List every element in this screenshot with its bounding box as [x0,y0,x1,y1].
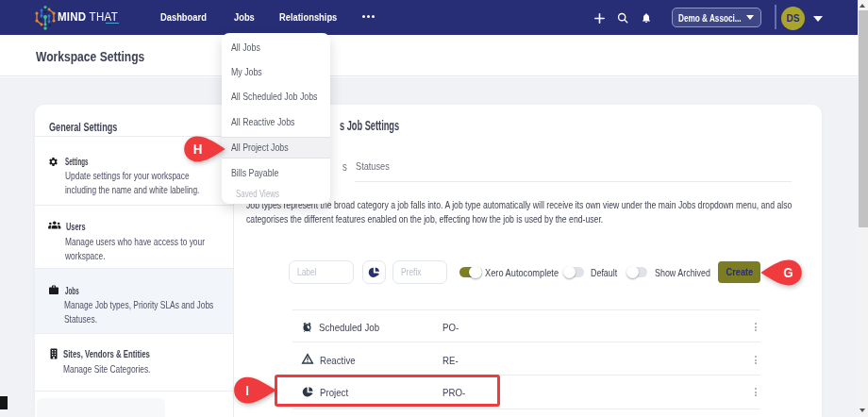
svg-text:I: I [245,383,249,398]
svg-text:H: H [193,142,203,158]
svg-text:G: G [783,265,793,281]
